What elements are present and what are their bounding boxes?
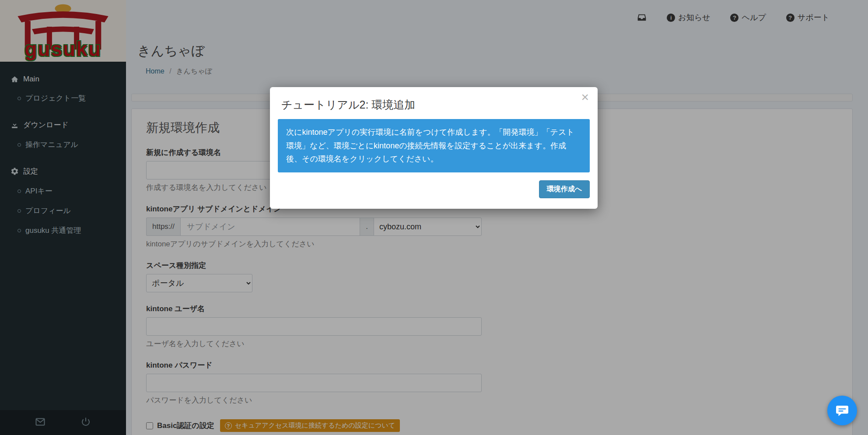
modal-body: 次にkintoneアプリの実行環境に名前をつけて作成します。「開発環境」「テスト… xyxy=(270,119,598,172)
modal-title: チュートリアル2: 環境追加 xyxy=(270,87,598,119)
chat-launcher-button[interactable] xyxy=(827,396,857,425)
close-icon[interactable]: × xyxy=(581,91,589,104)
modal-footer: 環境作成へ xyxy=(270,172,598,209)
tutorial-info-box: 次にkintoneアプリの実行環境に名前をつけて作成します。「開発環境」「テスト… xyxy=(278,119,590,172)
create-environment-button[interactable]: 環境作成へ xyxy=(539,180,590,198)
chat-bubble-icon xyxy=(835,403,850,418)
modal-backdrop[interactable] xyxy=(0,0,868,435)
gusuku-app: gusuku Main プロジェクト一覧 ダウンロード 操作マニュアル 設定 xyxy=(0,0,868,435)
tutorial-modal: × チュートリアル2: 環境追加 次にkintoneアプリの実行環境に名前をつけ… xyxy=(270,87,598,209)
